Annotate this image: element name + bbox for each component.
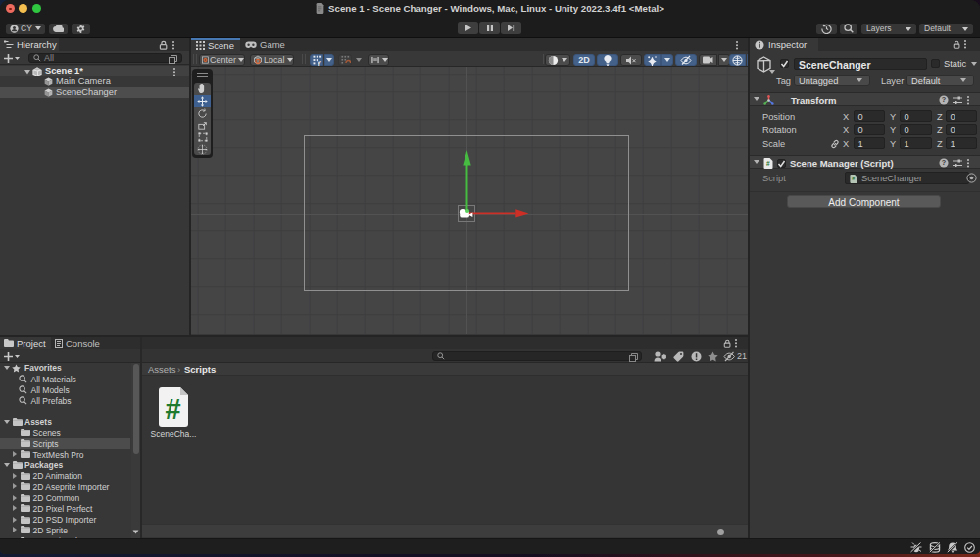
svg-text:?: ? (942, 158, 947, 167)
svg-text:Y: Y (317, 59, 321, 65)
svg-text:#: # (852, 176, 855, 181)
svg-text:?: ? (942, 95, 947, 104)
svg-text:#: # (165, 393, 180, 425)
svg-text:#: # (766, 160, 770, 167)
